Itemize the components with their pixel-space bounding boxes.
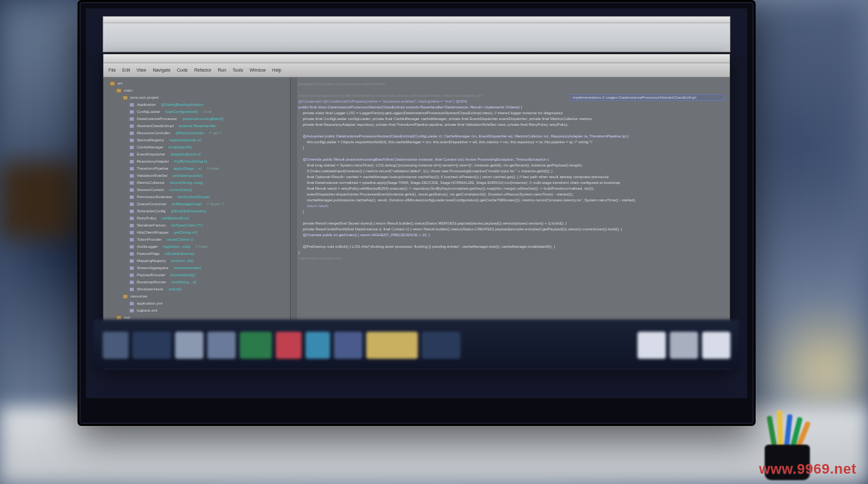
tree-row[interactable]: ResourceController@RestController/* api … bbox=[107, 130, 286, 136]
tree-row[interactable]: TokenProviderissue(Claims c) bbox=[107, 236, 286, 243]
tree-row[interactable]: CacheManagerinvalidateAll() bbox=[107, 144, 286, 150]
tree-row[interactable]: MappingRegistrybind(src, dst) bbox=[107, 257, 286, 264]
tree-label: src bbox=[118, 81, 123, 85]
tree-row[interactable]: TransformPipelineapply(Stage... s)// cha… bbox=[107, 165, 286, 172]
taskbar-item[interactable] bbox=[132, 332, 171, 359]
code-line[interactable] bbox=[298, 128, 727, 134]
code-line[interactable]: } bbox=[298, 250, 727, 256]
code-line[interactable]: private Result buildFresh(final DataInst… bbox=[298, 227, 727, 232]
tree-row[interactable]: PermissionEvaluatorhasAccess(Scope) bbox=[107, 194, 286, 200]
tree-row[interactable]: StreamAggregatorreduce(window) bbox=[107, 265, 286, 271]
taskbar-tray-item[interactable] bbox=[702, 332, 730, 359]
code-line[interactable]: import com.project.core.model.DataInstan… bbox=[298, 93, 727, 99]
menu-item[interactable]: View bbox=[136, 68, 146, 72]
tree-row[interactable]: HttpClientWrapperget(String url) bbox=[107, 229, 286, 236]
tree-row[interactable]: AuditLoggerlog(action, subj)// trace bbox=[107, 243, 286, 250]
taskbar-tray-item[interactable] bbox=[670, 332, 698, 359]
taskbar-item[interactable] bbox=[305, 332, 330, 359]
code-line[interactable]: } bbox=[298, 209, 727, 215]
tree-row[interactable]: Application@SpringBootApplication bbox=[107, 101, 286, 108]
tree-row[interactable]: AbstractClassExtImplextends BaseHandler bbox=[107, 123, 286, 129]
menu-item[interactable]: Help bbox=[272, 68, 281, 72]
taskbar-item[interactable] bbox=[175, 332, 203, 359]
code-line[interactable] bbox=[298, 238, 727, 244]
menu-item[interactable]: Edit bbox=[122, 68, 130, 72]
menu-item[interactable]: Tools bbox=[232, 68, 243, 72]
taskbar-item[interactable] bbox=[207, 332, 236, 359]
menu-item[interactable]: Code bbox=[177, 68, 188, 72]
taskbar-item[interactable] bbox=[334, 332, 362, 359]
file-icon bbox=[129, 103, 134, 107]
tree-row[interactable]: src bbox=[107, 80, 286, 86]
code-line[interactable] bbox=[298, 151, 727, 157]
tree-label: RepositoryAdapter bbox=[137, 159, 169, 163]
code-line[interactable]: package com.project.core.processor.impl.… bbox=[298, 81, 727, 87]
code-line[interactable] bbox=[298, 87, 727, 93]
tree-row[interactable]: DataInstanceProcessorprocessIncomingBatc… bbox=[107, 116, 286, 122]
tree-row[interactable]: java.com.project bbox=[107, 94, 286, 101]
code-line[interactable]: private final ConfigLoader configLoader;… bbox=[298, 116, 727, 122]
taskbar-item[interactable] bbox=[276, 332, 302, 359]
code-line[interactable] bbox=[298, 215, 727, 221]
code-line[interactable]: final DataInstance normalized = pipeline… bbox=[298, 180, 727, 186]
tree-row[interactable]: application.yml bbox=[107, 300, 286, 307]
code-line[interactable]: @PreDestroy void onExit() { LOG.info("sh… bbox=[298, 244, 727, 250]
code-line[interactable]: if (!rules.validateInput(instance)) { me… bbox=[298, 168, 727, 174]
code-area[interactable]: package com.project.core.processor.impl.… bbox=[298, 81, 727, 358]
file-icon bbox=[129, 124, 134, 128]
code-line[interactable]: // generated-sources end bbox=[298, 256, 727, 261]
code-line[interactable]: private static final Logger LOG = Logger… bbox=[298, 110, 727, 116]
tree-row[interactable]: main bbox=[107, 87, 286, 94]
code-line[interactable]: final Result result = retryPolicy.withBa… bbox=[298, 186, 727, 192]
os-taskbar[interactable] bbox=[94, 319, 739, 371]
code-line[interactable]: public final class DataInstanceProcessor… bbox=[298, 105, 727, 110]
taskbar-tray-item[interactable] bbox=[637, 332, 666, 359]
tree-row[interactable]: resources bbox=[107, 293, 286, 299]
menu-item[interactable]: File bbox=[108, 68, 116, 72]
editor-panel[interactable]: implementations 2 usages DataInstancePro… bbox=[291, 77, 730, 360]
code-line[interactable]: @Autowired public DataInstanceProcessorA… bbox=[298, 134, 727, 139]
code-line[interactable]: @Override public Result processIncomingB… bbox=[298, 157, 727, 163]
tree-row[interactable]: ValidationRuleSetvalidateInput(dto) bbox=[107, 172, 286, 179]
tree-row[interactable]: QueueConsumeronMessage(msg)/* async */ bbox=[107, 201, 286, 207]
tree-row[interactable]: PayloadEncoderencode(byte[]) bbox=[107, 272, 286, 278]
tree-row[interactable]: SchedulerConfig@EnableScheduling bbox=[107, 208, 286, 214]
code-line[interactable]: private Result merge(final Stored stored… bbox=[298, 221, 727, 227]
taskbar-item[interactable] bbox=[422, 332, 460, 359]
code-line[interactable]: cacheManager.put(instance.cacheKey(), re… bbox=[298, 197, 727, 203]
code-line[interactable]: } bbox=[298, 145, 727, 151]
menu-item[interactable]: Refactor bbox=[194, 68, 211, 72]
code-line[interactable]: private final RepositoryAdapter reposito… bbox=[298, 122, 727, 128]
code-line[interactable]: @Component @ConditionalOnProperty(name =… bbox=[298, 99, 727, 105]
file-icon bbox=[129, 273, 134, 277]
code-line[interactable]: @Override public int getOrder() { return… bbox=[298, 232, 727, 238]
tree-row[interactable]: ServiceRegistryregister(Module m) bbox=[107, 137, 286, 143]
tree-row[interactable]: ShutdownHookonExit() bbox=[107, 286, 286, 292]
tree-row[interactable]: BootstrapRunnerrun(String... a) bbox=[107, 279, 286, 285]
project-tree-panel[interactable]: srcmainjava.com.projectApplication@Sprin… bbox=[103, 77, 291, 360]
menu-item[interactable]: Run bbox=[218, 68, 226, 72]
code-line[interactable]: this.configLoader = Objects.requireNonNu… bbox=[298, 139, 727, 145]
code-line[interactable]: eventDispatcher.dispatch(new ProcessedEv… bbox=[298, 192, 727, 197]
ide-titlebar[interactable] bbox=[103, 54, 730, 63]
code-line[interactable]: final long started = System.nanoTime(); … bbox=[298, 163, 727, 168]
menu-item[interactable]: Navigate bbox=[152, 68, 170, 72]
tree-row[interactable]: ConfigLoaderloadConfiguration()// init bbox=[107, 108, 286, 115]
tree-row[interactable]: logback.xml bbox=[107, 307, 286, 314]
code-line[interactable]: final Optional<Result> cached = cacheMan… bbox=[298, 174, 727, 180]
code-line[interactable]: return result; bbox=[298, 203, 727, 209]
taskbar-item[interactable] bbox=[366, 332, 418, 359]
tree-row[interactable]: FeatureFlagsisEnabled(name) bbox=[107, 250, 286, 257]
ide-menubar[interactable]: FileEditViewNavigateCodeRefactorRunTools… bbox=[103, 63, 730, 77]
tree-label: Application bbox=[137, 103, 156, 106]
menu-item[interactable]: Window bbox=[249, 68, 265, 72]
tree-row[interactable]: SessionContextcurrentUser() bbox=[107, 187, 286, 193]
tree-row[interactable]: MetricsCollectorrecord(String, long) bbox=[107, 179, 286, 186]
tree-row[interactable]: RetryPolicywithBackoff(ms) bbox=[107, 215, 286, 221]
tree-row[interactable]: EventDispatcherdispatch(Event e) bbox=[107, 151, 286, 157]
tree-row[interactable]: RepositoryAdapterfindByKey(String k) bbox=[107, 158, 286, 165]
taskbar-item[interactable] bbox=[103, 332, 129, 359]
tree-row[interactable]: SerializerFactoryforType(Class<?>) bbox=[107, 222, 286, 228]
tree-token: loadConfiguration() bbox=[165, 110, 198, 114]
taskbar-item[interactable] bbox=[240, 332, 272, 359]
